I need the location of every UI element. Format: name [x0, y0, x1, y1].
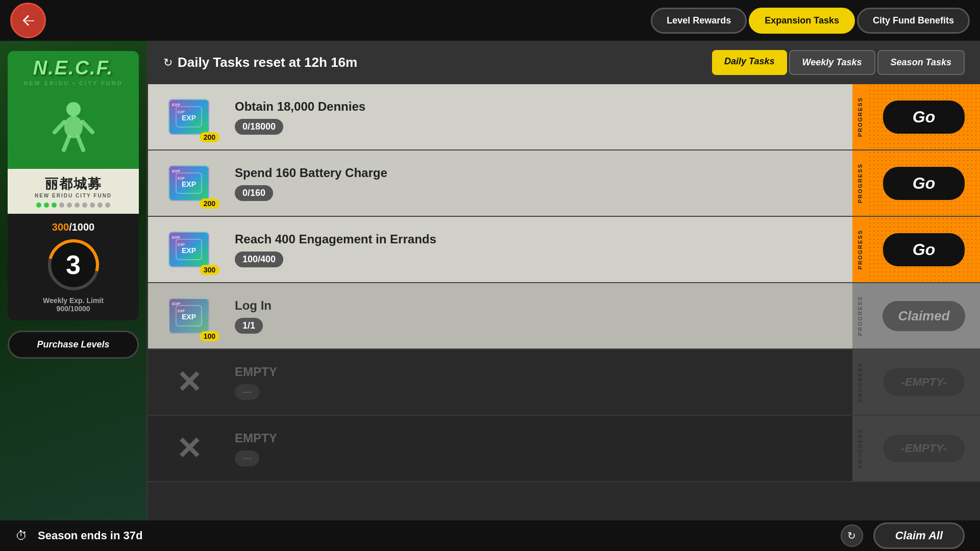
task-info: EMPTY --- [230, 365, 852, 400]
reward-value: 200 [200, 132, 219, 142]
tab-weekly-tasks[interactable]: Weekly Tasks [789, 50, 875, 75]
card-title-cn: 丽都城募 [45, 175, 102, 193]
back-button[interactable] [10, 3, 46, 38]
task-name: Reach 400 Engagement in Errands [235, 232, 847, 246]
action-area: Go [868, 84, 980, 149]
task-type-tabs: Daily Tasks Weekly Tasks Season Tasks [712, 50, 965, 75]
svg-text:EXP: EXP [182, 180, 196, 188]
svg-text:EXP: EXP [178, 243, 185, 246]
task-progress-badge: 1/1 [235, 318, 263, 334]
reset-info: ↻ Daily Tasks reset at 12h 16m [163, 55, 702, 70]
progress-label: PROGRESS [857, 163, 863, 203]
reset-text: Daily Tasks reset at 12h 16m [178, 55, 357, 70]
progress-bar: PROGRESS [852, 84, 868, 149]
action-area: Go [868, 217, 980, 282]
sidebar: N.E.C.F. NEW ERIDU • CITY FUND [0, 41, 148, 520]
progress-label: PROGRESS [857, 429, 863, 468]
task-name: EMPTY [235, 431, 847, 445]
task-info: Spend 160 Battery Charge 0/160 [230, 166, 852, 201]
task-row: EXP EXP 200 Spend 160 Battery Charge 0/1… [148, 151, 980, 217]
progress-bar: PROGRESS [852, 151, 868, 216]
svg-line-2 [55, 122, 64, 132]
refresh-button[interactable]: ↻ [841, 524, 863, 547]
action-area: Go [868, 151, 980, 216]
tab-city-fund-benefits[interactable]: City Fund Benefits [857, 8, 970, 34]
reward-card: EXP EXP [168, 165, 209, 201]
necf-title: N.E.C.F. [33, 57, 113, 79]
go-button[interactable]: Go [883, 233, 965, 266]
go-button[interactable]: Go [883, 167, 965, 200]
task-info: EMPTY --- [230, 431, 852, 466]
svg-line-3 [83, 122, 92, 132]
character-icon [43, 94, 104, 155]
dot-2 [44, 203, 49, 208]
purchase-levels-button[interactable]: Purchase Levels [8, 331, 139, 359]
reward-icon-empty: ✕ [158, 357, 219, 408]
svg-text:EXP: EXP [178, 309, 185, 313]
dot-5 [67, 203, 72, 208]
svg-text:EXP: EXP [182, 313, 196, 321]
task-progress-badge: --- [235, 384, 259, 400]
claim-all-button[interactable]: Claim All [873, 522, 965, 549]
xp-display: 300/1000 [52, 221, 94, 233]
level-body: 300/1000 3 Weekly Exp. Limit 900/10000 [8, 214, 139, 320]
progress-dots [36, 203, 110, 208]
reward-card: EXP EXP [168, 232, 209, 267]
progress-label: PROGRESS [857, 362, 863, 402]
progress-bar: PROGRESS [852, 349, 868, 415]
svg-text:EXP: EXP [178, 177, 185, 180]
level-number: 3 [66, 249, 81, 280]
nav-tabs: Level Rewards Expansion Tasks City Fund … [651, 8, 970, 34]
task-progress-badge: 0/18000 [235, 119, 283, 135]
reward-icon: EXP EXP 300 [158, 224, 219, 275]
task-name: Obtain 18,000 Dennies [235, 99, 847, 114]
tab-season-tasks[interactable]: Season Tasks [877, 50, 965, 75]
reward-icon: EXP EXP 200 [158, 91, 219, 142]
empty-action-area: -EMPTY- [868, 416, 980, 481]
task-progress-badge: 100/400 [235, 252, 283, 267]
reward-icon: EXP EXP 100 [158, 290, 219, 341]
reward-icon: EXP EXP 200 [158, 158, 219, 209]
dot-7 [82, 203, 87, 208]
task-name: EMPTY [235, 365, 847, 379]
svg-point-0 [66, 102, 81, 116]
svg-line-4 [64, 137, 69, 150]
task-info: Log In 1/1 [230, 298, 852, 334]
empty-icon: ✕ [176, 364, 202, 400]
empty-icon: ✕ [176, 431, 202, 466]
dot-9 [97, 203, 103, 208]
weekly-limit-label: Weekly Exp. Limit [43, 296, 104, 305]
svg-text:EXP: EXP [178, 110, 185, 114]
task-name: Log In [235, 298, 847, 313]
progress-label: PROGRESS [857, 230, 863, 269]
tab-expansion-tasks[interactable]: Expansion Tasks [749, 8, 855, 34]
tab-daily-tasks[interactable]: Daily Tasks [712, 50, 787, 75]
reward-value: 300 [200, 265, 219, 275]
progress-label: PROGRESS [857, 97, 863, 137]
tab-level-rewards[interactable]: Level Rewards [651, 8, 747, 34]
sidebar-card: N.E.C.F. NEW ERIDU • CITY FUND [8, 51, 139, 320]
necf-logo-area: N.E.C.F. NEW ERIDU • CITY FUND [8, 51, 139, 169]
task-info: Obtain 18,000 Dennies 0/18000 [230, 99, 852, 135]
svg-line-5 [78, 137, 83, 150]
go-button[interactable]: Go [883, 101, 965, 134]
reset-icon: ↻ [163, 56, 173, 69]
dot-10 [105, 203, 110, 208]
tasks-header: ↻ Daily Tasks reset at 12h 16m Daily Tas… [148, 41, 980, 84]
reward-value: 100 [200, 331, 219, 341]
progress-bar: PROGRESS [852, 217, 868, 282]
dot-4 [59, 203, 64, 208]
svg-text:EXP: EXP [182, 246, 196, 255]
season-text: Season ends in 37d [38, 529, 830, 542]
bottom-bar: ⏱ Season ends in 37d ↻ Claim All [0, 520, 980, 551]
claimed-action-area: Claimed [868, 283, 980, 348]
task-row: EXP EXP 300 Reach 400 Engagement in Erra… [148, 217, 980, 283]
progress-bar: PROGRESS [852, 283, 868, 348]
card-subtitle: NEW ERIDU CITY FUND [35, 193, 112, 198]
task-info: Reach 400 Engagement in Errands 100/400 [230, 232, 852, 267]
svg-text:EXP: EXP [182, 114, 196, 122]
svg-point-1 [64, 116, 83, 138]
task-name: Spend 160 Battery Charge [235, 166, 847, 180]
dot-8 [90, 203, 95, 208]
reward-card: EXP EXP [168, 298, 209, 334]
